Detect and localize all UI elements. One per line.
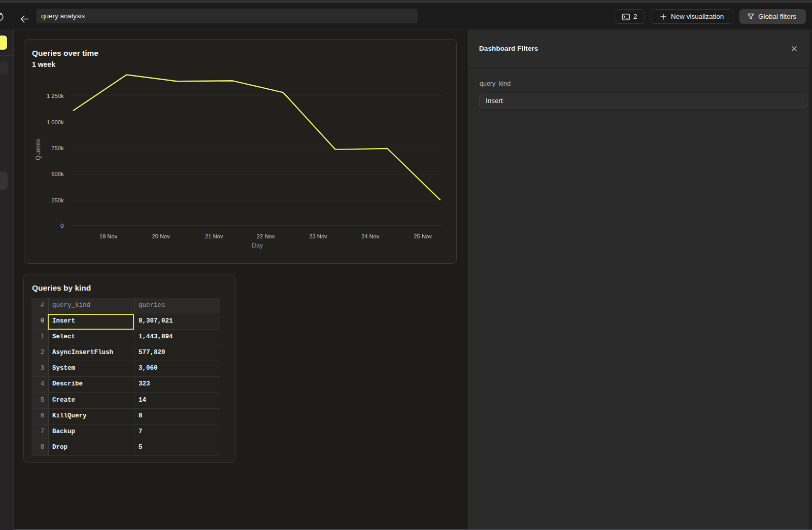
svg-text:23 Nov: 23 Nov bbox=[309, 233, 327, 239]
svg-text:1 000k: 1 000k bbox=[47, 119, 64, 125]
svg-text:24 Nov: 24 Nov bbox=[361, 233, 380, 239]
svg-text:Queries: Queries bbox=[35, 139, 42, 160]
svg-text:1 250k: 1 250k bbox=[47, 93, 64, 99]
svg-text:22 Nov: 22 Nov bbox=[257, 233, 275, 239]
svg-text:500k: 500k bbox=[51, 171, 64, 177]
svg-text:25 Nov: 25 Nov bbox=[414, 233, 432, 239]
svg-text:19 Nov: 19 Nov bbox=[99, 233, 118, 239]
svg-text:20 Nov: 20 Nov bbox=[152, 233, 170, 239]
svg-text:250k: 250k bbox=[51, 197, 64, 203]
svg-text:21 Nov: 21 Nov bbox=[205, 233, 223, 239]
svg-text:Day: Day bbox=[252, 242, 263, 249]
svg-text:0: 0 bbox=[60, 223, 63, 229]
svg-text:750k: 750k bbox=[51, 145, 64, 151]
